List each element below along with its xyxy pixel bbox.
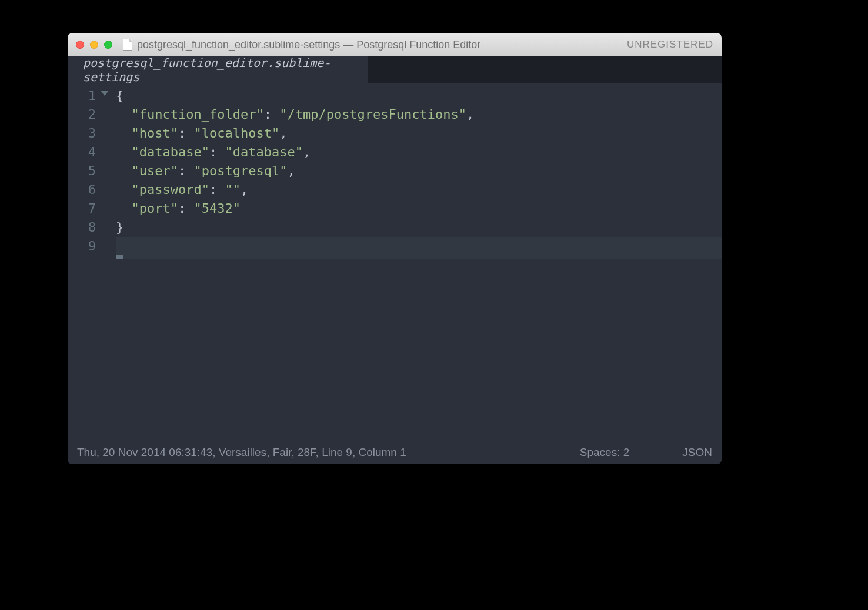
tab-label: postgresql_function_editor.sublime-setti… (83, 56, 352, 84)
line-number: 1 (68, 86, 111, 105)
line-number: 2 (68, 105, 111, 124)
line-number: 8 (68, 218, 111, 237)
maximize-button[interactable] (104, 41, 112, 49)
line-number: 7 (68, 199, 111, 218)
file-icon (123, 39, 132, 51)
code-content[interactable]: { "function_folder": "/tmp/postgresFunct… (116, 83, 722, 441)
line-number: 6 (68, 180, 111, 199)
fold-icon[interactable] (101, 91, 109, 96)
traffic-lights (76, 41, 112, 49)
tab-active[interactable]: postgresql_function_editor.sublime-setti… (68, 56, 368, 83)
code-line[interactable]: "host": "localhost", (116, 124, 722, 143)
titlebar[interactable]: postgresql_function_editor.sublime-setti… (68, 33, 722, 56)
code-line[interactable]: "password": "", (116, 180, 722, 199)
status-syntax[interactable]: JSON (682, 446, 712, 459)
line-number: 4 (68, 143, 111, 162)
status-info: Thu, 20 Nov 2014 06:31:43, Versailles, F… (77, 446, 580, 459)
code-line[interactable]: "port": "5432" (116, 199, 722, 218)
code-line[interactable]: } (116, 218, 722, 237)
line-number: 3 (68, 124, 111, 143)
minimize-button[interactable] (90, 41, 98, 49)
line-number: 9 (68, 237, 111, 256)
code-line[interactable]: "database": "database", (116, 143, 722, 162)
line-number: 5 (68, 162, 111, 180)
code-line[interactable]: "user": "postgresql", (116, 162, 722, 180)
editor-window: postgresql_function_editor.sublime-setti… (68, 33, 722, 464)
unregistered-badge: UNREGISTERED (627, 39, 713, 51)
code-line[interactable] (116, 237, 722, 259)
editor-area[interactable]: 123456789 { "function_folder": "/tmp/pos… (68, 83, 722, 441)
close-button[interactable] (76, 41, 84, 49)
code-line[interactable]: "function_folder": "/tmp/postgresFunctio… (116, 105, 722, 124)
gutter: 123456789 (68, 83, 116, 441)
cursor (116, 255, 123, 259)
window-title: postgresql_function_editor.sublime-setti… (137, 39, 480, 51)
status-indent[interactable]: Spaces: 2 (580, 446, 630, 459)
statusbar: Thu, 20 Nov 2014 06:31:43, Versailles, F… (68, 441, 722, 464)
tabbar: postgresql_function_editor.sublime-setti… (68, 56, 722, 83)
code-line[interactable]: { (116, 86, 722, 105)
